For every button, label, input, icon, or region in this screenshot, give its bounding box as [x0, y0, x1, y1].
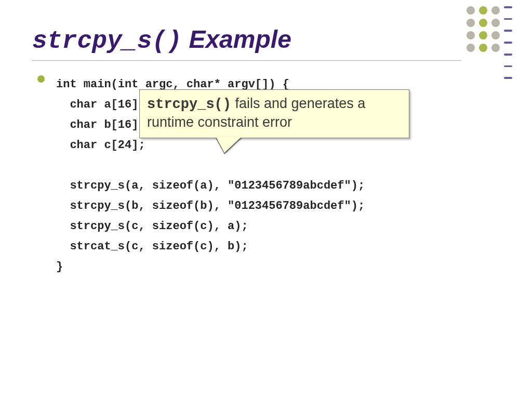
slide-title: strcpy_s() Example	[32, 25, 291, 55]
callout-pointer	[216, 137, 241, 153]
title-underline	[32, 60, 461, 61]
title-rest: Example	[182, 25, 291, 53]
code-line: strcpy_s(a, sizeof(a), "0123456789abcdef…	[56, 179, 365, 192]
code-line: }	[56, 260, 63, 273]
callout-box: strcpy_s() fails and generates a runtime…	[139, 89, 409, 138]
code-line: char a[16];	[56, 98, 145, 111]
code-line: char c[24];	[56, 139, 145, 152]
bullet-icon	[37, 75, 45, 83]
callout-code: strcpy_s()	[147, 97, 231, 112]
code-line: strcpy_s(c, sizeof(c), a);	[56, 220, 248, 233]
slide: strcpy_s() Example int main(int argc, ch…	[0, 0, 532, 399]
title-code: strcpy_s()	[32, 27, 182, 55]
code-line: strcpy_s(b, sizeof(b), "0123456789abcdef…	[56, 200, 365, 212]
code-line: char b[16];	[56, 118, 145, 131]
decorative-dots	[467, 6, 516, 79]
callout: strcpy_s() fails and generates a runtime…	[139, 89, 409, 138]
code-line: strcat_s(c, sizeof(c), b);	[56, 240, 248, 253]
